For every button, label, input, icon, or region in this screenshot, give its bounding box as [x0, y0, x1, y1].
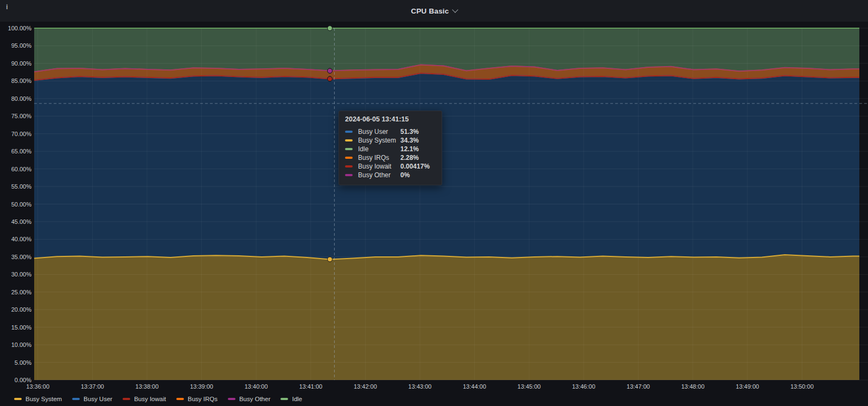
tooltip-series-label: Busy Other [358, 171, 400, 179]
x-axis-tick: 13:42:00 [354, 383, 377, 390]
y-axis-tick: 95.00% [11, 42, 32, 49]
legend-label: Idle [292, 396, 302, 402]
x-axis-tick: 13:40:00 [245, 383, 268, 390]
legend-label: Busy IRQs [188, 396, 218, 402]
hover-dot-busy-iowait [328, 76, 333, 81]
x-axis-tick: 13:46:00 [572, 383, 595, 390]
tooltip: 2024-06-05 13:41:15 Busy User51.3%Busy S… [339, 111, 442, 185]
legend-item-idle[interactable]: Idle [280, 396, 302, 402]
y-axis-tick: 35.00% [11, 254, 32, 260]
series-color-swatch [345, 139, 353, 141]
tooltip-series-label: Busy User [358, 128, 400, 136]
legend-item-busy-iowait[interactable]: Busy Iowait [123, 396, 166, 402]
y-axis-tick: 25.00% [11, 289, 32, 295]
tooltip-row: Busy IRQs2.28% [345, 153, 436, 162]
x-axis-tick: 13:36:00 [26, 383, 49, 390]
tooltip-series-value: 51.3% [400, 128, 419, 136]
y-axis-tick: 90.00% [11, 60, 32, 67]
series-color-swatch [345, 131, 353, 133]
tooltip-row: Busy User51.3% [345, 127, 436, 136]
series-color-swatch [345, 148, 353, 150]
y-axis-tick: 30.00% [11, 271, 32, 278]
legend-label: Busy User [84, 396, 112, 402]
tooltip-series-value: 0.00417% [400, 163, 430, 170]
x-axis-tick: 13:43:00 [409, 383, 432, 390]
tooltip-row: Busy System34.3% [345, 136, 436, 145]
y-axis-tick: 55.00% [11, 183, 32, 190]
legend-item-busy-other[interactable]: Busy Other [228, 396, 271, 402]
x-axis-tick: 13:44:00 [463, 383, 486, 390]
x-axis-tick: 13:41:00 [299, 383, 322, 390]
hover-dot-busy-system [328, 257, 333, 262]
area-busy-user [34, 73, 859, 259]
x-axis-tick: 13:45:00 [518, 383, 541, 390]
y-axis-tick: 50.00% [11, 201, 32, 208]
tooltip-series-value: 2.28% [400, 154, 419, 162]
y-axis-tick: 20.00% [11, 306, 32, 313]
y-axis-tick: 60.00% [11, 166, 32, 172]
legend-color-swatch [14, 398, 22, 400]
y-axis-tick: 65.00% [11, 148, 32, 154]
x-axis-tick: 13:48:00 [681, 383, 705, 390]
y-axis-tick: 70.00% [11, 131, 32, 137]
cpu-usage-chart[interactable]: 100.00%95.00%90.00%85.00%80.00%75.00%70.… [0, 0, 868, 406]
y-axis-tick: 100.00% [8, 25, 32, 31]
series-color-swatch [345, 157, 353, 159]
x-axis-tick: 13:50:00 [790, 383, 814, 390]
y-axis-tick: 5.00% [15, 359, 31, 366]
legend-color-swatch [72, 398, 80, 400]
tooltip-series-label: Busy IRQs [358, 154, 400, 162]
legend-label: Busy Other [239, 396, 271, 402]
tooltip-series-value: 0% [400, 171, 410, 179]
tooltip-rows: Busy User51.3%Busy System34.3%Idle12.1%B… [345, 127, 436, 179]
tooltip-series-label: Busy Iowait [358, 163, 400, 170]
y-axis-tick: 45.00% [11, 218, 32, 225]
y-axis-tick: 10.00% [11, 341, 32, 348]
tooltip-series-value: 12.1% [400, 145, 419, 153]
area-busy-system [34, 255, 859, 380]
x-axis-tick: 13:49:00 [736, 383, 759, 390]
legend-item-busy-user[interactable]: Busy User [72, 396, 112, 402]
series-color-swatch [345, 165, 353, 167]
y-axis-tick: 40.00% [11, 236, 32, 242]
hover-dot-busy-other [328, 68, 333, 73]
area-idle [34, 28, 859, 72]
tooltip-timestamp: 2024-06-05 13:41:15 [345, 115, 436, 123]
legend-item-busy-irqs[interactable]: Busy IRQs [176, 396, 218, 402]
y-axis-tick: 75.00% [11, 113, 32, 119]
x-axis-tick: 13:39:00 [190, 383, 213, 390]
y-axis-tick: 80.00% [11, 95, 32, 102]
hover-dot-idle [328, 26, 333, 31]
y-axis-tick: 15.00% [11, 324, 32, 331]
series-color-swatch [345, 174, 353, 176]
x-axis-tick: 13:37:00 [81, 383, 104, 390]
legend-color-swatch [228, 398, 235, 400]
legend-color-swatch [123, 398, 130, 400]
tooltip-row: Busy Iowait0.00417% [345, 162, 436, 171]
x-axis-tick: 13:47:00 [627, 383, 650, 390]
tooltip-row: Busy Other0% [345, 171, 436, 179]
legend: Busy SystemBusy UserBusy IowaitBusy IRQs… [14, 395, 312, 403]
legend-color-swatch [280, 398, 288, 400]
tooltip-series-label: Busy System [358, 137, 400, 144]
y-axis-tick: 85.00% [11, 78, 32, 84]
legend-item-busy-system[interactable]: Busy System [14, 396, 62, 402]
x-axis-tick: 13:38:00 [136, 383, 159, 390]
legend-label: Busy Iowait [134, 396, 166, 402]
legend-color-swatch [176, 398, 184, 400]
tooltip-series-value: 34.3% [400, 137, 419, 144]
legend-label: Busy System [25, 396, 62, 402]
tooltip-row: Idle12.1% [345, 145, 436, 153]
y-axis-tick: 0.00% [15, 377, 31, 383]
tooltip-series-label: Idle [358, 145, 400, 153]
